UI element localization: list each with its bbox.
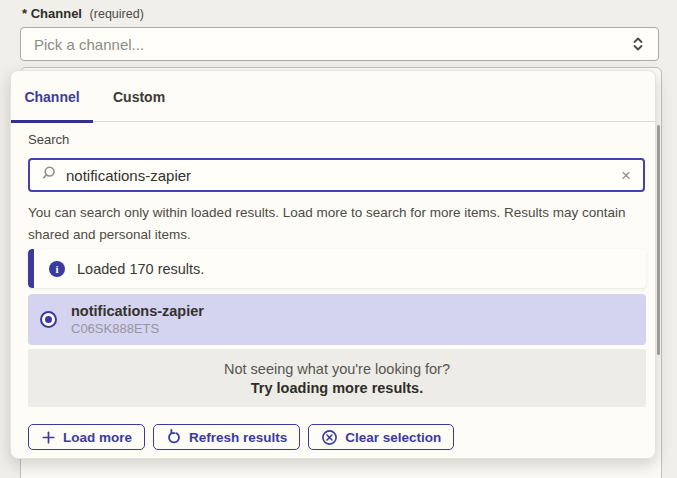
empty-hint-line1: Not seeing what you're looking for? — [224, 361, 450, 377]
empty-hint-box: Not seeing what you're looking for? Try … — [28, 349, 646, 407]
radio-selected-icon[interactable] — [40, 311, 57, 328]
scrollbar-thumb[interactable] — [657, 125, 660, 355]
result-title: notifications-zapier — [71, 303, 204, 319]
chevron-updown-icon — [630, 36, 646, 52]
clear-selection-label: Clear selection — [345, 430, 441, 445]
plus-icon — [41, 430, 56, 445]
search-input-wrap: × — [28, 158, 645, 192]
load-more-button[interactable]: Load more — [28, 424, 145, 450]
result-texts: notifications-zapier C06SK888ETS — [71, 303, 204, 336]
tab-custom-label: Custom — [113, 89, 165, 105]
tab-channel-label: Channel — [24, 89, 79, 105]
tab-custom[interactable]: Custom — [93, 71, 185, 122]
empty-hint-line2: Try loading more results. — [251, 380, 423, 396]
loaded-results-alert: i Loaded 170 results. — [28, 249, 646, 288]
clear-selection-button[interactable]: Clear selection — [308, 424, 454, 450]
clear-search-icon[interactable]: × — [619, 167, 633, 184]
tab-channel[interactable]: Channel — [11, 71, 93, 122]
load-more-label: Load more — [63, 430, 132, 445]
refresh-icon — [166, 429, 182, 445]
refresh-results-label: Refresh results — [189, 430, 287, 445]
info-icon: i — [49, 261, 65, 277]
result-item-notifications-zapier[interactable]: notifications-zapier C06SK888ETS — [28, 294, 646, 345]
channel-field-label: * Channel (required) — [22, 6, 144, 21]
clear-circle-icon — [321, 429, 338, 446]
required-note: (required) — [90, 7, 144, 21]
channel-select[interactable]: Pick a channel... — [20, 27, 659, 61]
radio-dot — [45, 316, 52, 323]
channel-select-placeholder: Pick a channel... — [34, 36, 630, 53]
alert-text: Loaded 170 results. — [77, 261, 204, 277]
result-subtitle: C06SK888ETS — [71, 321, 204, 336]
channel-field-label-text: Channel — [31, 6, 82, 21]
search-icon — [41, 165, 57, 185]
alert-accent-bar — [28, 249, 34, 288]
dropdown-tabbar: Channel Custom — [11, 71, 655, 122]
search-help-text: You can search only within loaded result… — [28, 202, 648, 245]
refresh-results-button[interactable]: Refresh results — [153, 424, 300, 450]
footer-button-row: Load more Refresh results Clear selectio… — [28, 424, 454, 450]
channel-dropdown-panel: Channel Custom Search × You can search o… — [10, 70, 656, 459]
search-label: Search — [28, 132, 69, 147]
search-input[interactable] — [66, 167, 619, 184]
required-marker: * — [22, 6, 27, 21]
